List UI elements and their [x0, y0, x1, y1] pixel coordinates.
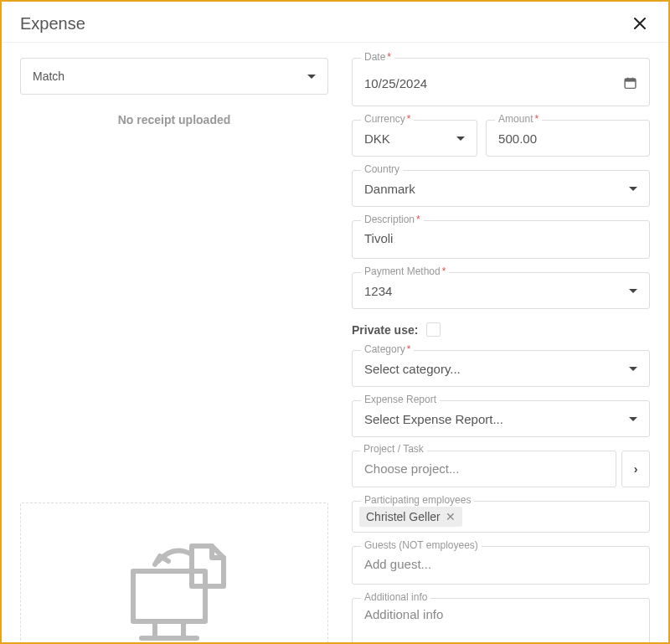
svg-rect-5 [625, 79, 636, 82]
expense-report-placeholder: Select Expense Report... [364, 412, 629, 426]
close-icon [633, 17, 647, 30]
private-use-row: Private use: [352, 322, 650, 337]
caret-down-icon [629, 367, 637, 371]
expense-report-label: Expense Report [361, 394, 440, 405]
project-expand-button[interactable]: › [621, 451, 650, 487]
chevron-right-icon: › [634, 462, 638, 476]
project-field-wrapper: Project / Task Choose project... › [352, 451, 650, 487]
calendar-icon [623, 75, 637, 90]
caret-down-icon [456, 137, 465, 141]
project-placeholder: Choose project... [364, 461, 459, 476]
project-input[interactable]: Choose project... [352, 451, 616, 487]
caret-down-icon [307, 75, 316, 79]
description-field[interactable]: Description* Tivoli [352, 220, 650, 259]
additional-info-placeholder: Additional info [364, 607, 443, 621]
date-field[interactable]: Date* 10/25/2024 [352, 58, 650, 106]
guests-placeholder: Add guest... [364, 557, 431, 571]
remove-chip-icon[interactable]: ✕ [446, 510, 456, 523]
match-select-label: Match [33, 70, 64, 83]
country-select[interactable]: Country Danmark [352, 170, 650, 207]
private-use-label: Private use: [352, 323, 418, 337]
category-label: Category* [361, 343, 414, 355]
currency-value: DKK [364, 131, 456, 146]
currency-select[interactable]: Currency* DKK [352, 120, 477, 157]
amount-field[interactable]: Amount* 500.00 [486, 120, 650, 157]
private-use-checkbox[interactable] [426, 322, 441, 337]
close-button[interactable] [630, 13, 650, 33]
country-label: Country [361, 163, 403, 175]
page-title: Expense [20, 14, 85, 33]
match-select[interactable]: Match [20, 58, 328, 95]
participants-field[interactable]: Participating employees Christel Geller … [352, 501, 650, 533]
no-receipt-text: No receipt uploaded [20, 113, 328, 126]
guests-field[interactable]: Guests (NOT employees) Add guest... [352, 546, 650, 585]
right-column: Date* 10/25/2024 Currency* DKK Amount* 5… [352, 58, 650, 644]
payment-method-label: Payment Method* [361, 265, 449, 277]
expense-report-select[interactable]: Expense Report Select Expense Report... [352, 400, 650, 437]
country-value: Danmark [364, 182, 629, 196]
currency-label: Currency* [361, 113, 414, 125]
upload-dropzone[interactable]: Drag files or press here to upload [20, 502, 328, 644]
participants-label: Participating employees [361, 494, 474, 506]
upload-icon [111, 531, 237, 644]
participant-chip-label: Christel Geller [366, 510, 441, 523]
participant-chip: Christel Geller ✕ [359, 507, 462, 527]
additional-info-field[interactable]: Additional info Additional info [352, 598, 650, 644]
caret-down-icon [629, 289, 637, 293]
amount-value: 500.00 [498, 131, 637, 146]
caret-down-icon [629, 187, 637, 191]
date-value: 10/25/2024 [364, 76, 623, 90]
date-label: Date* [361, 51, 394, 63]
payment-method-value: 1234 [364, 284, 629, 298]
description-value: Tivoli [364, 231, 393, 245]
amount-label: Amount* [495, 113, 542, 125]
project-label: Project / Task [360, 443, 427, 455]
category-placeholder: Select category... [364, 362, 629, 376]
additional-info-label: Additional info [361, 591, 430, 603]
left-column: Match No receipt uploaded Drag files or … [20, 58, 328, 644]
caret-down-icon [629, 417, 637, 421]
payment-method-select[interactable]: Payment Method* 1234 [352, 272, 650, 309]
category-select[interactable]: Category* Select category... [352, 350, 650, 387]
guests-label: Guests (NOT employees) [361, 539, 482, 551]
dialog-content: Match No receipt uploaded Drag files or … [2, 43, 668, 644]
dialog-header: Expense [2, 2, 668, 43]
description-label: Description* [361, 214, 424, 225]
svg-rect-0 [133, 571, 205, 621]
